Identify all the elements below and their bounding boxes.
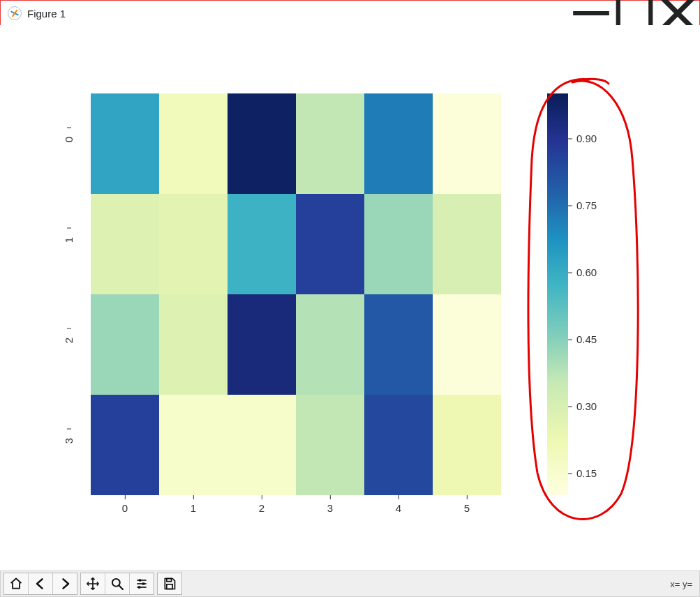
heatmap-cell: [296, 395, 364, 495]
heatmap-cell: [433, 194, 501, 294]
x-tick-label: 4: [396, 502, 401, 514]
pan-button[interactable]: [81, 573, 105, 594]
heatmap-cell: [228, 194, 296, 294]
window-title: Figure 1: [27, 8, 66, 20]
colorbar-tick-label: 0.90: [576, 133, 597, 144]
svg-rect-9: [139, 579, 141, 581]
back-button[interactable]: [29, 573, 53, 594]
colorbar-tick-label: 0.30: [576, 400, 597, 412]
window-titlebar: Figure 1: [0, 0, 700, 27]
status-coords: x= y=: [670, 579, 692, 589]
svg-rect-10: [142, 582, 144, 584]
heatmap-cell: [296, 194, 364, 294]
zoom-button[interactable]: [105, 573, 130, 594]
x-tick-label: 2: [259, 502, 265, 514]
colorbar-tick-label: 0.75: [576, 199, 597, 211]
colorbar-tick: 0.75: [569, 199, 597, 211]
y-tick-label: 1: [63, 237, 75, 251]
close-button[interactable]: [656, 1, 699, 26]
heatmap-cell: [228, 294, 296, 395]
heatmap-axes: [91, 93, 501, 495]
x-tick-label: 0: [122, 502, 128, 514]
heatmap-cell: [364, 294, 433, 395]
heatmap-cell: [364, 194, 433, 294]
minimize-button[interactable]: [569, 1, 613, 26]
matplotlib-icon: [8, 6, 22, 20]
heatmap-cell: [159, 194, 228, 294]
heatmap-cell: [228, 395, 296, 495]
heatmap-cell: [91, 395, 159, 495]
colorbar-tick: 0.45: [569, 333, 597, 345]
heatmap-cell: [364, 395, 433, 495]
x-tick-label: 5: [464, 502, 470, 514]
heatmap-cell: [91, 294, 159, 395]
y-tick-label: 2: [63, 338, 75, 352]
heatmap-cell: [433, 294, 501, 395]
colorbar-tick: 0.90: [569, 133, 597, 144]
figure-canvas[interactable]: 0123 012345 0.150.300.450.600.750.90: [0, 25, 700, 572]
colorbar: [547, 93, 568, 495]
colorbar-tick: 0.30: [569, 400, 597, 412]
save-button[interactable]: [158, 573, 181, 594]
colorbar-tick-label: 0.45: [576, 333, 597, 345]
heatmap-cell: [91, 93, 159, 194]
forward-button[interactable]: [53, 573, 77, 594]
colorbar-tick: 0.15: [569, 467, 597, 479]
maximize-button[interactable]: [613, 1, 656, 26]
svg-line-5: [119, 586, 123, 589]
heatmap-cell: [91, 194, 159, 294]
configure-subplots-button[interactable]: [130, 573, 154, 594]
x-tick-label: 1: [191, 502, 196, 514]
colorbar-tick: 0.60: [569, 266, 597, 278]
heatmap-cell: [228, 93, 296, 194]
colorbar-tick-label: 0.60: [576, 266, 597, 278]
svg-rect-11: [138, 586, 140, 588]
svg-rect-13: [167, 584, 172, 589]
heatmap-cell: [159, 395, 228, 495]
svg-rect-12: [167, 579, 172, 582]
heatmap-cell: [296, 294, 364, 395]
heatmap-cell: [433, 395, 501, 495]
colorbar-tick-label: 0.15: [576, 467, 597, 479]
heatmap-cell: [433, 93, 501, 194]
heatmap-cell: [159, 294, 228, 395]
y-tick-label: 0: [63, 137, 75, 151]
window-controls: [569, 1, 699, 26]
home-button[interactable]: [4, 573, 29, 594]
x-tick-label: 3: [327, 502, 333, 514]
heatmap-cell: [159, 93, 228, 194]
heatmap-cell: [296, 93, 364, 194]
heatmap-cell: [364, 93, 433, 194]
toolbar: x= y=: [0, 570, 700, 597]
y-tick-label: 3: [63, 438, 75, 452]
